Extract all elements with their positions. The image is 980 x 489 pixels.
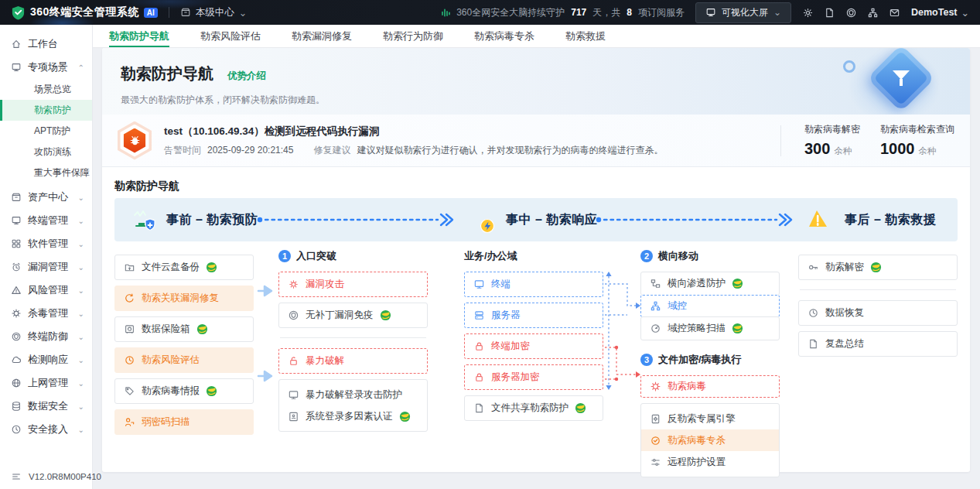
stage-pre-icon	[127, 205, 158, 234]
flow-item-label: 域控策略扫描	[668, 322, 726, 335]
document-icon[interactable]	[824, 7, 835, 19]
topbar: 360终端安全管理系统 AI 本级中心 ⌄ 360全网安全大脑持续守护 717 …	[0, 0, 980, 25]
sidebar-item-vuln-mgmt[interactable]: 漏洞管理⌄	[0, 255, 92, 279]
sidebar-item-terminal-defense[interactable]: 终端防御⌄	[0, 325, 92, 348]
sidebar-item-attack-defense-drill[interactable]: 攻防演练	[0, 142, 92, 162]
stage-label: 事后 – 勒索救援	[845, 212, 936, 228]
sidebar-item-scenes[interactable]: 专项场景 ⌃	[0, 56, 92, 79]
flow-item-label: 横向渗透防护	[668, 277, 726, 290]
flow-item-label: 数据恢复	[825, 306, 864, 320]
warning-icon	[11, 285, 22, 296]
key-icon	[808, 262, 819, 273]
flow-item-virus-kill[interactable]: 勒索病毒专杀	[641, 429, 779, 451]
flow-item-virus-intel[interactable]: 勒索病毒情报	[114, 378, 254, 404]
sidebar-label: 终端防御	[28, 330, 68, 344]
sidebar-item-ransomware-protection[interactable]: 勒索防护	[0, 100, 92, 121]
collapse-menu-icon[interactable]	[11, 471, 22, 482]
ai-badge: AI	[144, 8, 158, 18]
flow-item-anti-ransom-engine[interactable]: 反勒索专属引擎	[641, 408, 779, 429]
flow-item-review-summary[interactable]: 复盘总结	[798, 331, 958, 357]
bigscreen-button[interactable]: 可视化大屏 ⌄	[695, 2, 791, 23]
tab-ransomware-nav[interactable]: 勒索防护导航	[109, 25, 169, 47]
stage-pre: 事前 – 勒索预防	[127, 198, 258, 241]
flow-item-login-attack-protection[interactable]: 暴力破解登录攻击防护	[279, 384, 427, 405]
flow-item-brute-force[interactable]: 暴力破解	[278, 348, 428, 374]
flow-item-server[interactable]: 服务器	[464, 303, 603, 328]
flow-item-weak-password-scan[interactable]: 弱密码扫描	[114, 409, 254, 435]
tab-virus-kill[interactable]: 勒索病毒专杀	[474, 25, 534, 47]
flow-item-lateral-protection[interactable]: 横向渗透防护	[640, 272, 780, 296]
flow-item-server-encrypted[interactable]: 服务器加密	[464, 364, 603, 390]
flow-item-label: 远程防护设置	[668, 456, 726, 469]
flow-item-ransom-decrypt[interactable]: 勒索解密	[798, 255, 958, 280]
sidebar-item-data-security[interactable]: 数据安全⌄	[0, 395, 92, 418]
shield-circle-icon	[11, 331, 22, 342]
step-number-badge: 3	[640, 354, 653, 366]
virus-icon	[650, 381, 661, 392]
sidebar-item-detection-response[interactable]: 检测响应⌄	[0, 348, 92, 371]
access-icon	[11, 424, 22, 435]
flow-item-cloud-backup[interactable]: 文件云盘备份	[114, 255, 254, 280]
flow-item-ransomware-virus[interactable]: 勒索病毒	[640, 375, 780, 398]
cloud-service-badge-icon	[206, 385, 217, 397]
cloud-service-badge-icon	[380, 309, 391, 321]
flow-item-label: 反勒索专属引擎	[668, 412, 736, 426]
sidebar-item-risk-mgmt[interactable]: 风险管理⌄	[0, 279, 92, 302]
flow-item-label: 勒索病毒专杀	[668, 434, 726, 447]
lock-icon	[473, 371, 485, 383]
sidebar-item-assets[interactable]: 资产中心⌄	[0, 186, 92, 209]
sidebar-label: 终端管理	[28, 214, 68, 227]
sidebar-item-apt-protection[interactable]: APT防护	[0, 121, 92, 142]
stage-arrow-1	[255, 198, 458, 241]
cloud-service-badge-icon	[732, 323, 743, 334]
sidebar-item-internet-mgmt[interactable]: 上网管理⌄	[0, 371, 92, 395]
username: DemoTest	[911, 7, 958, 18]
column-header-label: 横向移动	[658, 249, 698, 263]
mail-icon[interactable]	[889, 7, 900, 19]
shield-icon[interactable]	[845, 7, 857, 19]
flow-item-domain-policy-scan[interactable]: 域控策略扫描	[640, 316, 780, 340]
flow-item-label: 勒索关联漏洞修复	[142, 292, 219, 305]
sidebar-item-major-event[interactable]: 重大事件保障	[0, 162, 92, 183]
sidebar-label: 软件管理	[28, 237, 68, 251]
sidebar-item-secure-access[interactable]: 安全接入⌄	[0, 418, 92, 441]
chevron-down-icon: ⌄	[78, 263, 84, 272]
flow-item-terminal-encrypted[interactable]: 终端加密	[464, 333, 603, 359]
user-menu[interactable]: DemoTest ⌄	[911, 7, 969, 19]
flow-item-terminal[interactable]: 终端	[464, 272, 603, 297]
sidebar-item-antivirus-mgmt[interactable]: 杀毒管理⌄	[0, 302, 92, 325]
flow-item-fileshare-protection[interactable]: 文件共享勒索防护	[464, 395, 603, 421]
tab-rescue[interactable]: 勒索救援	[565, 25, 606, 47]
sitemap-icon[interactable]	[867, 7, 879, 19]
sidebar-item-terminal-mgmt[interactable]: 终端管理⌄	[0, 209, 92, 232]
flow-item-data-safebox[interactable]: 数据保险箱	[114, 316, 254, 342]
restore-clock-icon	[808, 307, 819, 319]
flow-item-remote-protection[interactable]: 远程防护设置	[641, 451, 779, 473]
sidebar-item-scene-overview[interactable]: 场景总览	[0, 79, 92, 100]
tab-behavior-defense[interactable]: 勒索行为防御	[383, 25, 443, 47]
sidebar-label: 工作台	[28, 37, 58, 51]
flow-item-patch-immunity[interactable]: 无补丁漏洞免疫	[278, 303, 428, 328]
flow-item-label: 域控	[668, 299, 687, 313]
settings-icon[interactable]	[802, 7, 814, 19]
tab-vuln-repair[interactable]: 勒索漏洞修复	[292, 25, 352, 47]
flow-item-risk-assessment[interactable]: 勒索风险评估	[114, 347, 254, 373]
flow-item-label: 勒索风险评估	[142, 354, 200, 367]
flow-item-mfa[interactable]: 系统登录多因素认证	[279, 405, 427, 427]
column-entry-breach: 1 入口突破 漏洞攻击 无补丁漏洞免疫 暴力破解 暴力破解登录攻击防护 系统登录…	[278, 249, 428, 437]
column-header-label: 文件加密/病毒执行	[658, 353, 742, 367]
chevron-down-icon: ⌄	[78, 426, 84, 434]
advantage-link[interactable]: 优势介绍	[227, 70, 266, 83]
flow-item-domain-controller[interactable]: 域控	[640, 295, 780, 317]
sidebar-item-workbench[interactable]: 工作台	[0, 32, 92, 56]
flow-item-vuln-attack[interactable]: 漏洞攻击	[278, 272, 428, 297]
flow-item-data-restore[interactable]: 数据恢复	[798, 300, 958, 326]
org-icon	[180, 7, 191, 18]
flow-item-vuln-fix[interactable]: 勒索关联漏洞修复	[114, 286, 254, 311]
stage-band: 事前 – 勒索预防 事中 – 勒索响应 事后 –	[114, 198, 958, 241]
tag-icon	[124, 385, 135, 397]
tab-risk-assessment[interactable]: 勒索风险评估	[200, 25, 261, 47]
center-selector[interactable]: 本级中心 ⌄	[180, 6, 247, 19]
sidebar-item-software-mgmt[interactable]: 软件管理⌄	[0, 232, 92, 255]
brand: 360终端安全管理系统 AI	[11, 5, 158, 20]
